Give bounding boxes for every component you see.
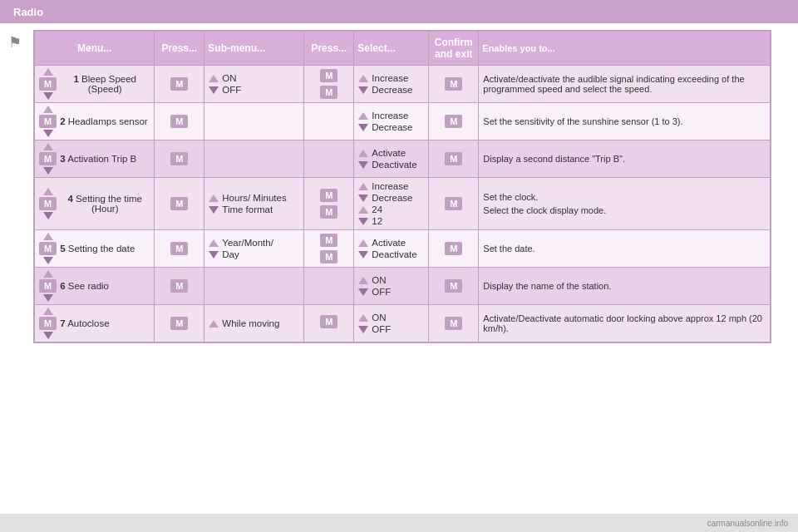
nav-group: M — [39, 233, 57, 264]
press2-down: M — [308, 250, 349, 264]
confirm-cell: M — [429, 66, 479, 103]
press2-up: M — [308, 234, 349, 247]
m-button[interactable]: M — [39, 77, 57, 91]
submenu-row-down: OFF — [209, 84, 299, 96]
submenu-row-down: Time format — [209, 204, 299, 215]
submenu-label-down: Day — [222, 249, 239, 259]
arrow-up-icon — [358, 112, 368, 120]
press1-cell: M — [155, 103, 204, 140]
m-button[interactable]: M — [170, 317, 188, 330]
arrow-up-icon — [43, 143, 53, 150]
select-label: ON — [372, 275, 386, 285]
select-cell: ONOFF — [354, 305, 429, 342]
select-cell: IncreaseDecrease2412 — [354, 178, 429, 230]
enables-cell: Activate/Deactivate automatic door locki… — [479, 305, 771, 342]
m-button[interactable]: M — [320, 234, 337, 247]
menu-cell: M6 See radio — [35, 268, 155, 305]
menu-number: 7 — [60, 318, 65, 328]
press1-cell: M — [155, 230, 204, 268]
menu-number: 4 — [67, 194, 72, 204]
m-button[interactable]: M — [445, 77, 462, 91]
m-button[interactable]: M — [445, 115, 462, 128]
table-row: M6 See radioMONOFFMDisplay the name of t… — [35, 268, 771, 305]
select-cell: ActivateDeactivate — [354, 230, 429, 268]
arrow-down-icon — [209, 86, 219, 94]
arrow-up-icon — [358, 277, 368, 284]
col-menu: Menu... — [35, 32, 155, 66]
arrow-down-icon — [358, 124, 368, 131]
arrow-down-icon — [358, 86, 368, 94]
m-button[interactable]: M — [445, 242, 462, 255]
select-label: Increase — [372, 181, 408, 191]
m-button[interactable]: M — [39, 242, 57, 255]
m-button[interactable]: M — [170, 152, 188, 165]
confirm-cell: M — [429, 268, 479, 305]
m-button[interactable]: M — [170, 197, 188, 210]
arrow-up-icon — [358, 75, 368, 82]
submenu-label-up: Hours/ Minutes — [222, 193, 286, 203]
m-button[interactable]: M — [170, 77, 188, 91]
m-button[interactable]: M — [445, 152, 462, 165]
col-confirm: Confirm and exit — [429, 32, 479, 66]
submenu-label-down: OFF — [222, 85, 241, 95]
menu-nav-row: M2 Headlamps sensor — [39, 106, 150, 137]
submenu-label-up: ON — [222, 73, 236, 83]
select-cell: IncreaseDecrease — [354, 66, 429, 103]
select-label: ON — [372, 313, 386, 323]
select-row: ON — [358, 274, 424, 286]
menu-number: 3 — [60, 154, 65, 164]
confirm-cell: M — [429, 178, 479, 230]
m-button[interactable]: M — [320, 250, 337, 264]
submenu-row-up: Hours/ Minutes — [209, 192, 299, 204]
table-row: M7 AutocloseMWhile movingMONOFFMActivate… — [35, 305, 771, 342]
m-button[interactable]: M — [39, 279, 57, 293]
top-bar: Radio — [0, 0, 798, 23]
m-button[interactable]: M — [39, 115, 57, 128]
menu-cell: M2 Headlamps sensor — [35, 103, 155, 140]
menu-label: 7 Autoclose — [60, 318, 109, 328]
m-button[interactable]: M — [170, 115, 188, 128]
arrow-up-icon — [358, 239, 368, 247]
arrow-up-icon — [43, 68, 53, 76]
m-button[interactable]: M — [445, 317, 462, 330]
m-button[interactable]: M — [39, 197, 57, 210]
arrow-down-icon — [43, 257, 53, 264]
submenu-label-down: Time format — [222, 204, 273, 214]
menu-label: 2 Headlamps sensor — [60, 116, 147, 126]
select-row: 12 — [358, 215, 424, 227]
m-button[interactable]: M — [320, 69, 337, 82]
m-button[interactable]: M — [320, 86, 337, 99]
m-button[interactable]: M — [445, 197, 462, 210]
select-row: Activate — [358, 147, 424, 159]
m-button[interactable]: M — [170, 242, 188, 255]
menu-nav-row: M6 See radio — [39, 270, 150, 302]
arrow-up-icon — [43, 308, 53, 315]
menu-cell: M1 Bleep Speed (Speed) — [35, 66, 155, 103]
menu-cell: M5 Setting the date — [35, 230, 155, 268]
m-button[interactable]: M — [445, 279, 462, 293]
select-label: OFF — [372, 287, 391, 297]
menu-cell: M3 Activation Trip B — [35, 140, 155, 178]
confirm-cell: M — [429, 305, 479, 342]
confirm-cell: M — [429, 230, 479, 268]
select-row: Increase — [358, 110, 424, 121]
submenu-label-up: Year/Month/ — [222, 238, 273, 248]
enables-cell: Set the sensitivity of the sunshine sens… — [479, 103, 771, 140]
m-button[interactable]: M — [39, 152, 57, 165]
press2-down: M — [308, 205, 349, 219]
press2-down: M — [308, 86, 349, 99]
arrow-up-icon — [43, 270, 53, 278]
m-button[interactable]: M — [39, 317, 57, 330]
submenu-row-up: While moving — [209, 318, 299, 329]
press2-cell — [304, 268, 354, 305]
m-button[interactable]: M — [170, 279, 188, 293]
enables-text: Set the sensitivity of the sunshine sens… — [483, 116, 682, 126]
m-button[interactable]: M — [320, 315, 337, 328]
m-button[interactable]: M — [320, 189, 337, 202]
select-label: Increase — [372, 73, 408, 83]
m-button[interactable]: M — [320, 205, 337, 219]
select-label: Decrease — [372, 193, 412, 203]
footer-bar: carmanualsonline.info — [0, 514, 798, 532]
select-label: Decrease — [372, 122, 412, 132]
select-label: OFF — [372, 324, 391, 334]
